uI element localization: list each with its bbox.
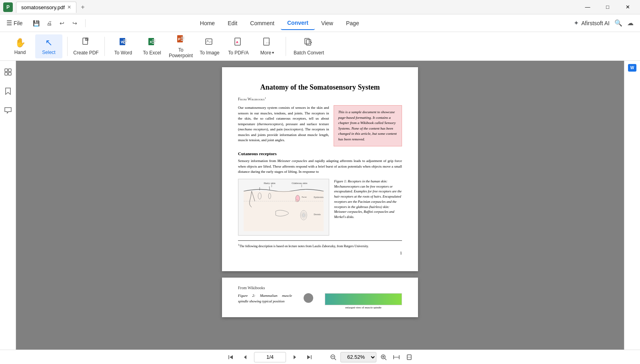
svg-rect-24 [306, 40, 311, 45]
to-powerpoint-button[interactable]: P To Powerpoint [167, 34, 194, 58]
figure-1-caption: Figure 1: Receptors in the human skin: M… [334, 179, 402, 236]
nav-home[interactable]: Home [194, 17, 221, 30]
page-input[interactable]: 1/4 [254, 352, 286, 362]
print-button[interactable]: 🖨 [44, 18, 55, 29]
figure-caption-text: Figure 1: Receptors in the human skin: M… [334, 179, 402, 219]
sidebar-comment-icon[interactable] [2, 104, 14, 117]
close-button[interactable]: ✕ [618, 0, 637, 14]
figure-2-area: Figure 2: Mammalian muscle spindle showi… [238, 293, 402, 309]
zoom-in-button[interactable] [378, 352, 389, 363]
page-number-1: 1 [238, 251, 402, 255]
figure-2-small-icon [297, 293, 320, 303]
svg-rect-33 [244, 191, 324, 231]
word-badge[interactable]: W [628, 64, 636, 72]
sidebar-bookmark-icon[interactable] [2, 85, 14, 98]
to-image-button[interactable]: To Image [196, 34, 223, 58]
file-menu-button[interactable]: File [14, 20, 23, 26]
svg-rect-6 [123, 43, 126, 44]
svg-rect-5 [123, 41, 127, 42]
batch-convert-label: Batch Convert [294, 50, 324, 56]
fit-width-button[interactable] [391, 352, 402, 363]
from-wikibooks-text: From Wikibooks [238, 97, 265, 101]
sidebar-thumbnail-icon[interactable] [2, 66, 14, 78]
hand-label: Hand [14, 50, 26, 55]
tab-close-button[interactable]: ✕ [67, 4, 71, 10]
nav-convert[interactable]: Convert [281, 16, 315, 30]
figure-1-image: Hairy skin Glabrous skin [238, 179, 329, 236]
more-label: More [260, 50, 271, 56]
svg-rect-14 [181, 37, 184, 38]
hand-tool-button[interactable]: ✋ Hand [6, 34, 34, 58]
right-column: This is a sample document to showcase pa… [334, 105, 402, 146]
select-icon: ↖ [45, 38, 52, 48]
nav-page[interactable]: Page [340, 17, 366, 30]
svg-rect-26 [8, 69, 11, 72]
bottom-bar: 1/4 62.52% 50% 75% 100% 125% 150% [0, 350, 640, 364]
fit-page-button[interactable] [404, 352, 415, 363]
svg-rect-27 [5, 72, 8, 75]
save-button[interactable]: 💾 [31, 18, 42, 29]
more-button[interactable]: … More ▾ [254, 34, 281, 58]
nav-menu: Home Edit Comment Convert View Page [194, 16, 366, 30]
svg-text:Glabrous skin: Glabrous skin [292, 182, 308, 185]
search-button[interactable]: 🔍 [614, 19, 622, 27]
nav-edit[interactable]: Edit [221, 17, 244, 30]
next-page-button[interactable] [289, 352, 300, 363]
svg-rect-10 [152, 41, 156, 42]
zoom-select[interactable]: 62.52% 50% 75% 100% 125% 150% [340, 352, 376, 362]
maximize-button[interactable]: □ [598, 0, 617, 14]
hand-icon: ✋ [15, 38, 26, 48]
figure-2-label: Figure 2: Mammalian muscle spindle showi… [238, 293, 292, 304]
hamburger-menu-icon[interactable]: ☰ [6, 19, 12, 27]
add-tab-button[interactable]: + [78, 2, 88, 12]
ai-button[interactable]: ✦ Afirstsoft AI [574, 19, 610, 27]
svg-rect-23 [305, 38, 309, 44]
intro-paragraph: Our somatosensory system consists of sen… [238, 105, 329, 143]
redo-button[interactable]: ↪ [69, 18, 80, 29]
to-pdfa-label: To PDF/A [228, 50, 248, 56]
create-pdf-icon [82, 37, 90, 48]
to-image-label: To Image [200, 50, 219, 56]
fit-buttons [391, 352, 415, 363]
menu-bar: ☰ File 💾 🖨 ↩ ↪ Home Edit Comment Convert… [0, 14, 640, 32]
undo-button[interactable]: ↩ [56, 18, 68, 29]
batch-convert-icon [304, 37, 313, 48]
svg-rect-11 [152, 43, 155, 44]
create-pdf-button[interactable]: Create PDF [72, 34, 100, 58]
document-area[interactable]: Anatomy of the Somatosensory System From… [16, 61, 624, 350]
to-excel-icon: X [148, 37, 156, 48]
svg-text:A: A [236, 40, 238, 44]
svg-text:X: X [150, 40, 152, 44]
svg-line-51 [334, 358, 336, 360]
to-powerpoint-icon: P [176, 34, 185, 46]
batch-convert-button[interactable]: Batch Convert [291, 34, 327, 58]
svg-text:P: P [178, 37, 180, 41]
svg-text:Pacini: Pacini [302, 196, 307, 198]
figure-2-text-area: Figure 2: Mammalian muscle spindle showi… [238, 293, 292, 304]
file-menu-area: ☰ File [6, 19, 23, 27]
window-controls: — □ ✕ [578, 0, 637, 14]
nav-comment[interactable]: Comment [244, 17, 281, 30]
figure-1-area: Hairy skin Glabrous skin [238, 179, 402, 236]
to-pdfa-button[interactable]: A To PDF/A [225, 34, 252, 58]
to-word-icon: W [119, 37, 128, 48]
footnote-ref: 1 [265, 96, 266, 100]
to-word-button[interactable]: W To Word [110, 34, 137, 58]
first-page-button[interactable] [225, 352, 236, 363]
to-excel-button[interactable]: X To Excel [138, 34, 166, 58]
to-pdfa-icon: A [234, 37, 243, 48]
page-title: Anatomy of the Somatosensory System [238, 83, 402, 92]
nav-view[interactable]: View [315, 17, 340, 30]
last-page-button[interactable] [304, 352, 315, 363]
active-tab[interactable]: somatosensory.pdf ✕ [16, 2, 76, 13]
svg-text:Dermis: Dermis [314, 213, 321, 216]
prev-page-button[interactable] [240, 352, 251, 363]
svg-rect-15 [181, 38, 184, 39]
zoom-area: 62.52% 50% 75% 100% 125% 150% [328, 352, 415, 363]
zoom-out-button[interactable] [328, 352, 339, 363]
minimize-button[interactable]: — [578, 0, 597, 14]
select-tool-button[interactable]: ↖ Select [35, 34, 62, 58]
to-powerpoint-label: To Powerpoint [167, 47, 194, 58]
cloud-button[interactable]: ☁ [627, 19, 634, 27]
svg-rect-44 [296, 200, 298, 202]
